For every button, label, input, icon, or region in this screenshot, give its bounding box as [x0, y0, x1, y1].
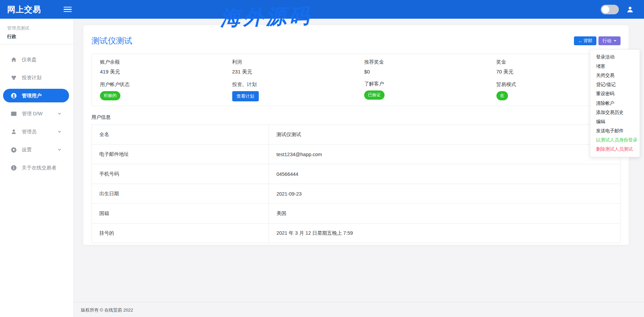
- page-title: 测试仪测试: [91, 35, 132, 46]
- account-stats: 账户余额 419 美元 用户帐户状态 积极的 利润 231 美元 投资。计划 查…: [91, 54, 621, 106]
- admin-user-icon: [11, 129, 17, 135]
- sidebar-item-dashboard[interactable]: 仪表盘: [3, 53, 69, 66]
- wallet-icon: [11, 111, 17, 117]
- info-value: 04566444: [269, 164, 620, 184]
- table-row: 全名 测试仪测试: [92, 125, 621, 145]
- admin-role: 行政: [7, 34, 66, 40]
- sidebar-item-label: 管理员: [22, 129, 37, 135]
- sidebar: 管理员测试 行政 仪表盘 投资计划: [0, 19, 74, 317]
- info-value: 2021-09-23: [269, 184, 620, 204]
- table-row: 手机号码 04566444: [92, 164, 621, 184]
- gear-icon: [11, 147, 17, 153]
- user-detail-card: 测试仪测试 ← 背部 行动 账户余额: [83, 25, 629, 245]
- info-key: 国籍: [92, 204, 269, 223]
- back-arrow-icon: ←: [578, 38, 583, 44]
- home-icon: [11, 56, 17, 63]
- trade-mode-badge: 在: [496, 91, 508, 100]
- stat-value: 231 美元: [232, 69, 356, 75]
- stat-value: 419 美元: [100, 69, 224, 75]
- chevron-down-icon: [58, 130, 61, 133]
- navbar-right: [601, 5, 644, 14]
- stat-label: 利润: [232, 59, 356, 65]
- action-menu-item-delete-user[interactable]: 删除测试人员测试: [590, 145, 640, 154]
- stat-referral-bonus: 推荐奖金 $0 了解客户 已验证: [356, 59, 488, 100]
- stat-label: 推荐奖金: [364, 59, 488, 65]
- user-circle-icon: [11, 93, 17, 99]
- stat-label: 账户余额: [100, 59, 224, 65]
- stat-value: $0: [364, 69, 488, 74]
- sidebar-item-manage-dw[interactable]: 管理 D/W: [3, 107, 69, 120]
- toggle-knob: [602, 6, 609, 13]
- sidebar-item-admins[interactable]: 管理员: [3, 125, 69, 138]
- sidebar-item-label: 投资计划: [22, 74, 41, 81]
- action-menu-item-credit-debit[interactable]: 贷记/借记: [590, 80, 640, 89]
- info-icon: [11, 165, 17, 171]
- user-info-title: 用户信息: [91, 114, 621, 120]
- info-key: 全名: [92, 125, 269, 145]
- footer: 版权所有 © 在线贸易 2022: [74, 302, 644, 317]
- top-navbar: 网上交易: [0, 0, 644, 19]
- stat-profit: 利润 231 美元 投资。计划 查看计划: [224, 59, 356, 100]
- stat-balance: 账户余额 419 美元 用户帐户状态 积极的: [92, 59, 224, 100]
- stat-label: 用户帐户状态: [100, 81, 224, 88]
- sidebar-item-settings[interactable]: 设置: [3, 143, 69, 156]
- info-value: 美国: [269, 204, 620, 223]
- action-menu-item-add-trade-history[interactable]: 添加交易历史: [590, 108, 640, 117]
- sidebar-item-about[interactable]: 关于在线交易者: [3, 161, 69, 174]
- brand-title[interactable]: 网上交易: [0, 4, 41, 15]
- action-menu-item-reset-password[interactable]: 重设密码: [590, 89, 640, 99]
- admin-name: 管理员测试: [7, 25, 66, 31]
- theme-toggle[interactable]: [601, 5, 619, 14]
- sidebar-item-investment-plans[interactable]: 投资计划: [3, 71, 69, 84]
- sidebar-item-label: 管理用户: [22, 93, 41, 99]
- chevron-down-icon: [58, 148, 61, 151]
- action-menu-item-send-email[interactable]: 发送电子邮件: [590, 127, 640, 136]
- user-info-table: 全名 测试仪测试 电子邮件地址 test1234@happ.com 手机号码 0…: [91, 124, 621, 243]
- table-row: 电子邮件地址 test1234@happ.com: [92, 145, 621, 164]
- info-key: 电子邮件地址: [92, 145, 269, 164]
- stat-label: 投资。计划: [232, 81, 356, 88]
- info-key: 手机号码: [92, 164, 269, 184]
- action-menu-item-close-trade[interactable]: 关闭交易: [590, 71, 640, 80]
- caret-down-icon: [614, 40, 616, 41]
- action-menu-item-block[interactable]: 堵塞: [590, 62, 640, 71]
- table-row: 出生日期 2021-09-23: [92, 184, 621, 204]
- user-icon[interactable]: [626, 6, 634, 13]
- info-value: 2021 年 3 月 12 日星期五晚上 7:59: [269, 223, 620, 243]
- info-key: 出生日期: [92, 184, 269, 204]
- kyc-badge: 已验证: [364, 90, 385, 100]
- sidebar-header: 管理员测试 行政: [0, 19, 73, 45]
- sidebar-item-label: 管理 D/W: [22, 111, 43, 117]
- sidebar-nav: 仪表盘 投资计划 管理用户: [0, 45, 73, 174]
- sidebar-item-label: 设置: [22, 147, 32, 153]
- chevron-down-icon: [58, 112, 61, 115]
- action-button[interactable]: 行动: [598, 36, 621, 45]
- action-menu-item-edit[interactable]: 编辑: [590, 117, 640, 126]
- sidebar-item-label: 仪表盘: [22, 56, 37, 63]
- stat-label: 了解客户: [364, 81, 488, 87]
- info-key: 挂号的: [92, 223, 269, 243]
- sidebar-item-label: 关于在线交易者: [22, 165, 56, 171]
- plans-icon: [11, 74, 17, 81]
- action-menu-item-login-as-user[interactable]: 以测试人员身份登录: [590, 136, 640, 145]
- app-root: 海外源码 网上交易 管理员测试 行政: [0, 0, 644, 317]
- info-value: test1234@happ.com: [269, 145, 620, 164]
- hamburger-menu-icon[interactable]: [64, 7, 72, 12]
- copyright-text: 版权所有 © 在线贸易 2022: [81, 307, 133, 313]
- view-plans-button[interactable]: 查看计划: [232, 91, 259, 101]
- table-row: 挂号的 2021 年 3 月 12 日星期五晚上 7:59: [92, 223, 621, 243]
- info-value: 测试仪测试: [269, 125, 620, 145]
- sidebar-item-manage-users[interactable]: 管理用户: [3, 89, 69, 102]
- action-menu-item-clear-account[interactable]: 清除帐户: [590, 99, 640, 108]
- action-menu: 登录活动 堵塞 关闭交易 贷记/借记 重设密码 清除帐户 添加交易历史 编辑 发…: [590, 49, 640, 157]
- account-status-badge: 积极的: [100, 91, 120, 100]
- main-content: 测试仪测试 ← 背部 行动 账户余额: [74, 19, 644, 317]
- back-button[interactable]: ← 背部: [574, 36, 596, 45]
- table-row: 国籍 美国: [92, 204, 621, 223]
- action-menu-item-login-activity[interactable]: 登录活动: [590, 52, 640, 62]
